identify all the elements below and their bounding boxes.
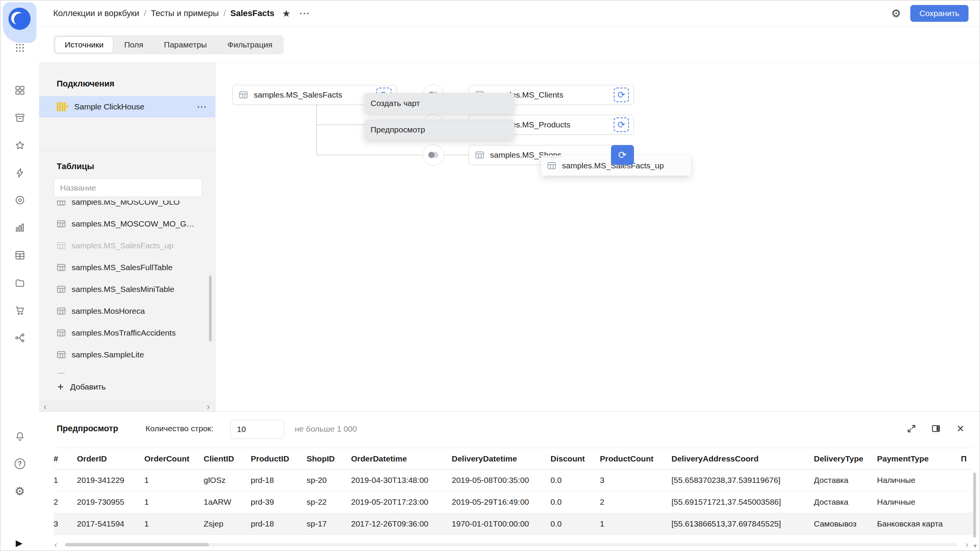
column-header: ShopID [307,454,351,463]
cell: Наличные [877,476,961,485]
cell: Доставка [814,497,877,507]
sidebar-item-marketplace[interactable] [14,305,26,316]
add-table-button[interactable]: + Добавить [57,377,106,396]
scroll-down-icon[interactable]: ▾ [973,542,977,549]
table-list-item[interactable]: samples.MosHoreca [39,300,215,322]
tables-scrollbar-thumb[interactable] [209,276,212,341]
expand-panel-play-icon[interactable]: ▶ [16,538,23,548]
scrollbar-thumb[interactable] [65,543,209,546]
column-header: ProductID [251,454,307,463]
preview-row: 2 2019-730955 1 1aARW prd-39 sp-22 2019-… [54,491,973,513]
table-list-item[interactable]: samples.MosTrafficAccidents [39,322,215,344]
cell: Банковская карта [877,519,961,528]
sidebar-horizontal-scrollbar[interactable]: ‹ › [39,401,215,412]
disc-icon [15,195,25,205]
refresh-source-button[interactable]: ⟳ [614,117,629,132]
side-panel-icon [931,424,941,434]
expand-preview-button[interactable] [906,423,917,434]
preview-toggle-button[interactable]: Предпросмотр [364,119,514,140]
all-services-grid-icon[interactable] [14,42,26,54]
cell: 1 [144,497,204,507]
table-name: samples.MS_MOSCOW_OLO [72,201,180,207]
table-icon [57,372,66,374]
save-button[interactable]: Сохранить [910,5,969,22]
tab-parameters[interactable]: Параметры [154,36,217,53]
table-list-item[interactable]: samples.MS_SalesFullTable [39,256,215,278]
column-header: ProductCount [600,454,671,463]
help-button[interactable]: ? [14,458,26,469]
table-icon [475,150,484,160]
cell: glOSz [204,476,251,485]
divider [39,150,215,151]
table-list-item[interactable]: samples.SampleLite [39,344,215,365]
join-settings-button[interactable] [423,144,444,166]
breadcrumb: Коллекции и воркбуки / Тесты и примеры /… [53,8,274,18]
dots-grid-icon [15,43,25,53]
cell: prd-39 [251,497,307,507]
breadcrumb-workbook[interactable]: Тесты и примеры [151,8,219,18]
cell: 3 [600,476,671,485]
scroll-right-icon[interactable]: › [965,540,968,550]
close-preview-button[interactable]: ✕ [955,423,966,434]
column-header: OrderCount [144,454,204,463]
refresh-source-button[interactable]: ⟳ [614,88,629,102]
table-list-item[interactable]: samples.MS_MOSCOW_MO_G… [39,213,215,235]
table-name: samples.MS_MOSCOW_MO_G… [72,219,194,228]
scroll-left-icon[interactable]: ‹ [44,401,47,412]
table-list-item-partial[interactable] [39,365,215,373]
star-icon [15,140,25,151]
relation-line [317,155,423,155]
favorite-star-icon[interactable]: ★ [282,8,291,19]
settings-button[interactable]: ⚙ [14,486,26,497]
refresh-icon: ⟳ [618,150,627,160]
sidebar-item-dashboards[interactable] [14,85,26,96]
table-icon [57,263,66,272]
sidebar-item-datasets[interactable] [14,194,26,206]
preview-table: # OrderID OrderCount ClientID ProductID … [54,448,973,535]
sidebar-item-files[interactable] [14,277,26,289]
datalens-dataset-editor: ? ⚙ ▶ Коллекции и воркбуки / Тесты и при… [0,0,980,551]
dock-preview-button[interactable] [931,423,941,434]
sidebar-item-workbooks[interactable] [14,112,26,124]
row-count-label: Количество строк: [145,424,213,433]
scrollbar-thumb[interactable] [973,473,976,538]
notifications-bell-icon[interactable] [14,430,26,442]
create-chart-button[interactable]: Создать чарт [364,93,514,113]
cell: 2019-341229 [77,476,144,485]
cell: 3 [54,519,77,528]
tab-sources[interactable]: Источники [55,36,113,53]
cell: 2 [54,497,77,507]
more-actions-icon[interactable]: ⋯ [299,8,310,19]
folder-icon [15,277,25,288]
scroll-left-icon[interactable]: ‹ [54,540,57,550]
refresh-source-button-active[interactable]: ⟳ [611,145,634,165]
scroll-right-icon[interactable]: › [207,401,210,412]
tab-fields[interactable]: Поля [114,36,153,53]
table-name: samples.SampleLite [72,350,144,359]
dataset-tabs-bar: Источники Поля Параметры Фильтрация Пред… [39,27,980,63]
preview-horizontal-scrollbar[interactable]: ‹ › [54,541,969,548]
sidebar-item-connections[interactable] [14,167,26,179]
scrollbar-track[interactable] [65,543,957,546]
connection-item-selected[interactable]: Sample ClickHouse ⋯ [39,96,215,117]
breadcrumb-collections[interactable]: Коллекции и воркбуки [53,8,139,18]
table-name: samples.MS_SalesFullTable [72,263,173,272]
preview-panel: Предпросмотр Количество строк: не больше… [39,411,980,551]
tab-filtering[interactable]: Фильтрация [217,36,282,53]
table-list-item[interactable]: samples.MS_MOSCOW_OLO [39,201,215,213]
cell: 1 [144,476,204,485]
sidebar-item-charts[interactable] [14,222,26,233]
table-search-input[interactable] [54,178,202,197]
sidebar-item-tables[interactable] [14,249,26,261]
sidebar-item-flows[interactable] [14,332,26,344]
table-list-item[interactable]: samples.MS_SalesMiniTable [39,278,215,300]
relations-canvas[interactable]: samples.MS_SalesFacts ⟳ samples.MS_Clien… [216,63,980,412]
column-header: DeliveryDatetime [452,454,550,463]
sidebar-item-favorites[interactable] [14,140,26,151]
row-count-input[interactable] [230,420,284,439]
connection-menu-icon[interactable]: ⋯ [197,102,207,112]
dataset-settings-gear-icon[interactable]: ⚙ [891,8,901,19]
gear-icon: ⚙ [15,486,25,497]
preview-vertical-scrollbar[interactable] [973,469,976,535]
app-logo-button[interactable] [3,2,36,43]
